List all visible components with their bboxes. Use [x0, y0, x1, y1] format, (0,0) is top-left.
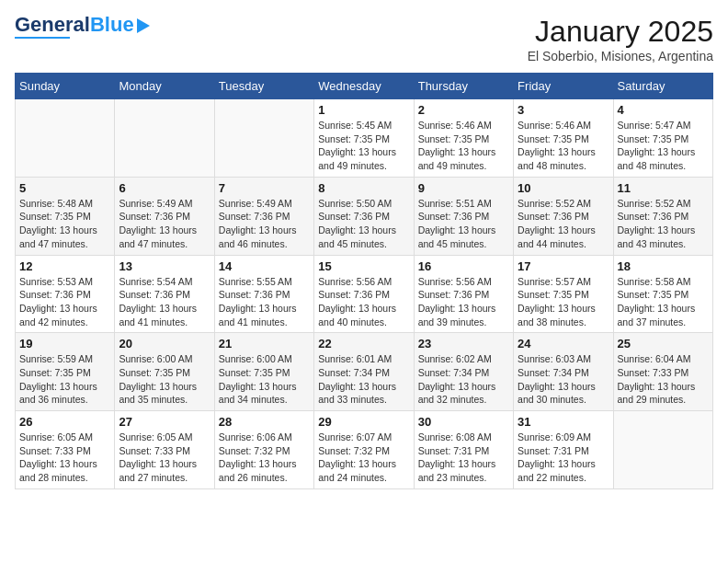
- day-info: Sunrise: 5:59 AMSunset: 7:35 PMDaylight:…: [19, 352, 110, 407]
- day-info: Sunrise: 5:56 AMSunset: 7:36 PMDaylight:…: [318, 275, 409, 329]
- calendar-cell: 6Sunrise: 5:49 AMSunset: 7:36 PMDaylight…: [115, 177, 214, 255]
- calendar-cell: 9Sunrise: 5:51 AMSunset: 7:36 PMDaylight…: [414, 177, 513, 255]
- day-info: Sunrise: 6:09 AMSunset: 7:31 PMDaylight:…: [518, 431, 609, 485]
- calendar-cell: 14Sunrise: 5:55 AMSunset: 7:36 PMDayligh…: [214, 255, 313, 333]
- weekday-header-friday: Friday: [514, 74, 613, 99]
- weekday-header-monday: Monday: [115, 74, 214, 99]
- day-number: 30: [418, 415, 509, 429]
- daylight-text: Daylight: 13 hours and 46 minutes.: [219, 224, 297, 249]
- day-info: Sunrise: 6:05 AMSunset: 7:33 PMDaylight:…: [19, 431, 110, 485]
- calendar-body: 1Sunrise: 5:45 AMSunset: 7:35 PMDaylight…: [16, 99, 713, 489]
- calendar-cell: 11Sunrise: 5:52 AMSunset: 7:36 PMDayligh…: [613, 177, 712, 255]
- weekday-header-thursday: Thursday: [414, 74, 513, 99]
- day-number: 24: [518, 337, 609, 350]
- sunrise-text: Sunrise: 5:49 AM: [219, 198, 292, 209]
- calendar-cell: 5Sunrise: 5:48 AMSunset: 7:35 PMDaylight…: [16, 177, 115, 255]
- sunrise-text: Sunrise: 6:04 AM: [618, 353, 691, 364]
- sunrise-text: Sunrise: 5:55 AM: [219, 276, 292, 287]
- daylight-text: Daylight: 13 hours and 34 minutes.: [219, 381, 297, 406]
- day-info: Sunrise: 6:02 AMSunset: 7:34 PMDaylight:…: [418, 352, 509, 407]
- daylight-text: Daylight: 13 hours and 49 minutes.: [318, 146, 396, 171]
- daylight-text: Daylight: 13 hours and 47 minutes.: [19, 224, 97, 249]
- day-info: Sunrise: 5:45 AMSunset: 7:35 PMDaylight:…: [318, 119, 409, 173]
- daylight-text: Daylight: 13 hours and 22 minutes.: [518, 458, 596, 483]
- day-info: Sunrise: 6:00 AMSunset: 7:35 PMDaylight:…: [119, 352, 210, 407]
- sunset-text: Sunset: 7:35 PM: [518, 133, 589, 144]
- day-number: 18: [618, 259, 709, 273]
- sunset-text: Sunset: 7:35 PM: [618, 133, 689, 144]
- calendar-cell: 26Sunrise: 6:05 AMSunset: 7:33 PMDayligh…: [16, 411, 115, 489]
- sunrise-text: Sunrise: 5:51 AM: [418, 198, 492, 209]
- calendar-cell: 18Sunrise: 5:58 AMSunset: 7:35 PMDayligh…: [613, 255, 712, 333]
- sunrise-text: Sunrise: 5:57 AM: [518, 276, 591, 287]
- sunrise-text: Sunrise: 5:46 AM: [518, 120, 591, 131]
- weekday-header-saturday: Saturday: [613, 74, 712, 99]
- sunset-text: Sunset: 7:34 PM: [518, 367, 589, 378]
- sunrise-text: Sunrise: 5:53 AM: [19, 276, 93, 287]
- day-info: Sunrise: 5:46 AMSunset: 7:35 PMDaylight:…: [518, 119, 609, 173]
- calendar-week-row: 19Sunrise: 5:59 AMSunset: 7:35 PMDayligh…: [16, 333, 713, 411]
- calendar-week-row: 1Sunrise: 5:45 AMSunset: 7:35 PMDaylight…: [16, 99, 713, 178]
- sunrise-text: Sunrise: 6:02 AM: [418, 353, 492, 364]
- calendar-cell: 31Sunrise: 6:09 AMSunset: 7:31 PMDayligh…: [514, 411, 613, 489]
- calendar-cell: 1Sunrise: 5:45 AMSunset: 7:35 PMDaylight…: [314, 99, 414, 178]
- sunset-text: Sunset: 7:36 PM: [119, 289, 190, 300]
- sunrise-text: Sunrise: 5:59 AM: [19, 353, 93, 364]
- sunset-text: Sunset: 7:36 PM: [318, 289, 390, 300]
- calendar-cell: 13Sunrise: 5:54 AMSunset: 7:36 PMDayligh…: [115, 255, 214, 333]
- weekday-header-tuesday: Tuesday: [214, 74, 313, 99]
- sunset-text: Sunset: 7:34 PM: [418, 367, 490, 378]
- sunrise-text: Sunrise: 5:56 AM: [418, 276, 492, 287]
- sunrise-text: Sunrise: 6:01 AM: [318, 353, 392, 364]
- day-number: 19: [19, 337, 110, 350]
- daylight-text: Daylight: 13 hours and 45 minutes.: [318, 224, 396, 249]
- calendar-cell: 21Sunrise: 6:00 AMSunset: 7:35 PMDayligh…: [214, 333, 313, 411]
- daylight-text: Daylight: 13 hours and 43 minutes.: [618, 224, 696, 249]
- calendar-cell: [214, 99, 313, 178]
- sunrise-text: Sunrise: 5:47 AM: [618, 120, 691, 131]
- day-number: 20: [119, 337, 210, 350]
- sunset-text: Sunset: 7:36 PM: [418, 289, 490, 300]
- daylight-text: Daylight: 13 hours and 38 minutes.: [518, 303, 596, 327]
- day-number: 14: [219, 259, 310, 273]
- sunrise-text: Sunrise: 5:56 AM: [318, 276, 392, 287]
- calendar-cell: 17Sunrise: 5:57 AMSunset: 7:35 PMDayligh…: [514, 255, 613, 333]
- day-info: Sunrise: 6:01 AMSunset: 7:34 PMDaylight:…: [318, 352, 409, 407]
- calendar-cell: 25Sunrise: 6:04 AMSunset: 7:33 PMDayligh…: [613, 333, 712, 411]
- day-number: 27: [119, 415, 210, 429]
- calendar-cell: [115, 99, 214, 178]
- calendar-week-row: 26Sunrise: 6:05 AMSunset: 7:33 PMDayligh…: [16, 411, 713, 489]
- sunset-text: Sunset: 7:31 PM: [518, 445, 589, 456]
- sunset-text: Sunset: 7:35 PM: [518, 289, 589, 300]
- day-number: 7: [219, 181, 310, 195]
- day-number: 21: [219, 337, 310, 350]
- day-number: 22: [318, 337, 409, 350]
- day-info: Sunrise: 5:48 AMSunset: 7:35 PMDaylight:…: [19, 197, 110, 251]
- day-info: Sunrise: 6:03 AMSunset: 7:34 PMDaylight:…: [518, 352, 609, 407]
- day-info: Sunrise: 6:04 AMSunset: 7:33 PMDaylight:…: [618, 352, 709, 407]
- day-number: 11: [618, 181, 709, 195]
- sunrise-text: Sunrise: 5:45 AM: [318, 120, 392, 131]
- sunrise-text: Sunrise: 5:54 AM: [119, 276, 192, 287]
- sunset-text: Sunset: 7:32 PM: [219, 445, 290, 456]
- day-number: 1: [318, 103, 409, 117]
- day-number: 29: [318, 415, 409, 429]
- page-title: January 2025: [528, 15, 713, 49]
- calendar-cell: 3Sunrise: 5:46 AMSunset: 7:35 PMDaylight…: [514, 99, 613, 178]
- day-number: 16: [418, 259, 509, 273]
- calendar-cell: 7Sunrise: 5:49 AMSunset: 7:36 PMDaylight…: [214, 177, 313, 255]
- day-info: Sunrise: 5:51 AMSunset: 7:36 PMDaylight:…: [418, 197, 509, 251]
- day-number: 15: [318, 259, 409, 273]
- logo-underline: [15, 37, 70, 39]
- daylight-text: Daylight: 13 hours and 36 minutes.: [19, 381, 97, 406]
- page-subtitle: El Soberbio, Misiones, Argentina: [528, 49, 713, 63]
- daylight-text: Daylight: 13 hours and 41 minutes.: [219, 303, 297, 327]
- sunrise-text: Sunrise: 6:07 AM: [318, 431, 392, 442]
- sunset-text: Sunset: 7:35 PM: [318, 133, 390, 144]
- sunset-text: Sunset: 7:35 PM: [19, 367, 91, 378]
- sunset-text: Sunset: 7:34 PM: [318, 367, 390, 378]
- weekday-header-wednesday: Wednesday: [314, 74, 414, 99]
- sunset-text: Sunset: 7:36 PM: [618, 211, 689, 222]
- day-number: 25: [618, 337, 709, 350]
- sunrise-text: Sunrise: 5:49 AM: [119, 198, 192, 209]
